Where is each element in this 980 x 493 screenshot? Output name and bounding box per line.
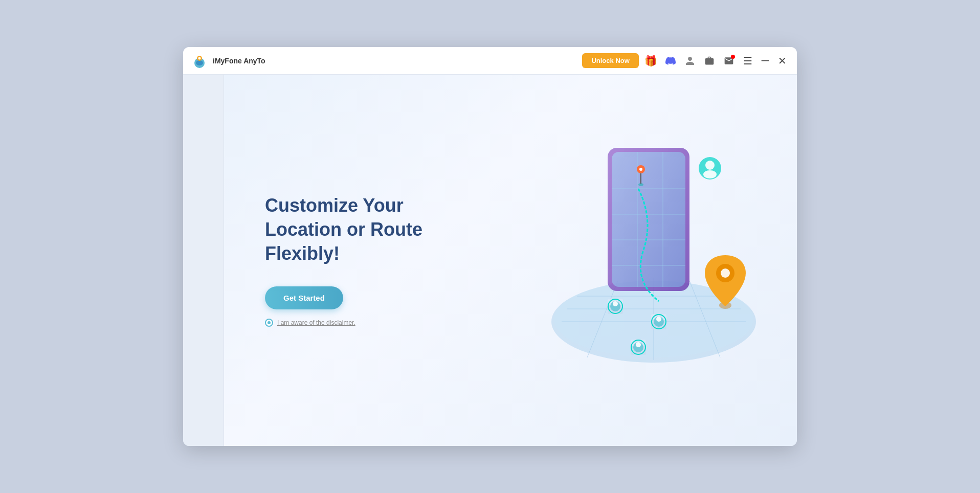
svg-point-43	[705, 161, 715, 170]
svg-point-35	[636, 342, 641, 347]
svg-point-31	[613, 301, 618, 306]
disclaimer-icon	[265, 319, 273, 327]
app-logo	[191, 53, 208, 69]
svg-point-1	[196, 60, 203, 65]
notification-icon-container	[722, 54, 736, 68]
titlebar: iMyFone AnyTo Unlock Now 🎁 ☰	[183, 47, 797, 75]
app-title: iMyFone AnyTo	[213, 57, 582, 65]
app-window: iMyFone AnyTo Unlock Now 🎁 ☰	[183, 47, 797, 446]
close-button[interactable]: ✕	[776, 55, 789, 67]
discord-icon-button[interactable]	[663, 54, 678, 68]
svg-point-33	[656, 317, 661, 322]
svg-point-44	[703, 170, 717, 178]
minimize-button[interactable]: ─	[760, 55, 771, 66]
get-started-button[interactable]: Get Started	[265, 286, 343, 309]
svg-point-23	[639, 168, 642, 171]
sidebar	[183, 75, 224, 446]
notification-badge	[731, 55, 735, 59]
content-area: Customize Your Location or Route Flexibl…	[224, 75, 797, 446]
unlock-now-button[interactable]: Unlock Now	[582, 53, 638, 68]
disclaimer-text[interactable]: I am aware of the disclaimer.	[277, 319, 355, 326]
svg-rect-13	[612, 152, 685, 287]
mail-icon-container	[702, 54, 717, 68]
titlebar-actions: Unlock Now 🎁 ☰ ─ ✕	[582, 53, 789, 68]
gift-icon-button[interactable]: 🎁	[644, 54, 658, 68]
main-content: Customize Your Location or Route Flexibl…	[183, 75, 797, 446]
briefcase-icon-button[interactable]	[702, 54, 717, 68]
menu-button[interactable]: ☰	[741, 55, 754, 67]
svg-point-3	[198, 57, 201, 59]
illustration	[526, 127, 782, 393]
headline: Customize Your Location or Route Flexibl…	[265, 194, 429, 265]
user-icon-button[interactable]	[683, 54, 697, 68]
svg-point-41	[721, 268, 730, 278]
